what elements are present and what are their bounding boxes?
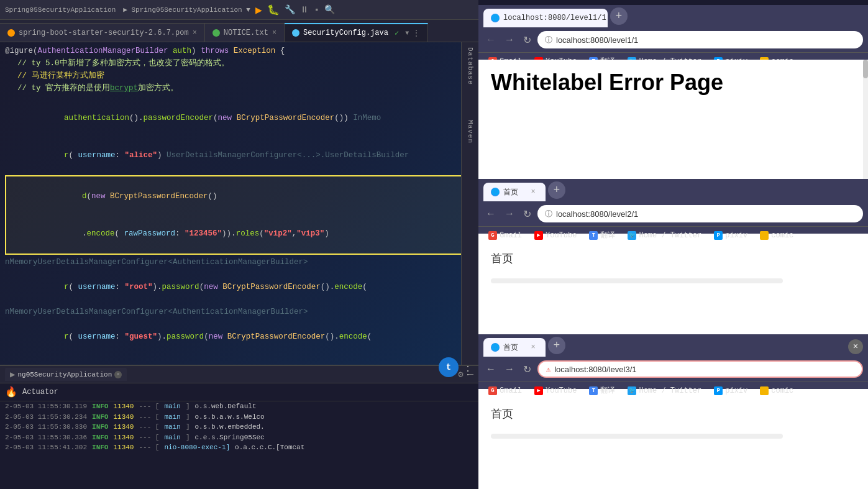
bookmark-gmail-2[interactable]: G Gmail bbox=[483, 230, 527, 241]
back-button-1[interactable]: ← bbox=[483, 32, 498, 48]
bookmark-youtube-3[interactable]: ▶ YouTube bbox=[529, 385, 582, 396]
tab-favicon-3: 🌐 bbox=[491, 343, 500, 352]
debug-icon[interactable]: 🐛 bbox=[267, 4, 280, 16]
scrollbar-1[interactable] bbox=[863, 60, 868, 179]
translate-icon-2: T bbox=[592, 232, 595, 239]
tab-pom-label: spring-boot-starter-security-2.6.7.pom bbox=[19, 29, 189, 37]
forward-button-1[interactable]: → bbox=[502, 32, 517, 48]
terminal-tab-close[interactable]: × bbox=[114, 371, 122, 378]
back-button-3[interactable]: ← bbox=[483, 361, 498, 377]
log-level-4: INFO bbox=[92, 432, 108, 443]
code-editor[interactable]: @ igure(AuthenticationManagerBuilder aut… bbox=[0, 42, 478, 365]
user-more-button[interactable]: ⋮ bbox=[462, 363, 473, 377]
log-pid-3: 11340 bbox=[113, 422, 134, 432]
log-line-5: 2-05-03 11:55:41.302 INFO 11340 --- [ ni… bbox=[0, 442, 478, 453]
database-label[interactable]: Database bbox=[467, 47, 474, 85]
address-bar-3[interactable]: ⚠ localhost:8080/level3/1 bbox=[537, 360, 863, 378]
refresh-button-3[interactable]: ↻ bbox=[521, 361, 534, 378]
log-level-2: INFO bbox=[92, 412, 108, 423]
refresh-button-1[interactable]: ↻ bbox=[521, 32, 534, 48]
tab-securityconfig[interactable]: SecurityConfig.java ✓ ▼ ⋮ bbox=[285, 23, 428, 42]
tab-notice[interactable]: NOTICE.txt × bbox=[205, 23, 285, 42]
log-bracket-3: ] bbox=[186, 422, 190, 432]
log-class-3: o.s.b.w.embedded. bbox=[194, 422, 264, 432]
log-line-2: 2-05-03 11:55:30.234 INFO 11340 --- [ ma… bbox=[0, 412, 478, 423]
tab-title-2: 首页 bbox=[503, 187, 518, 198]
browser-tab-2-active[interactable]: 🌐 首页 × bbox=[483, 183, 546, 201]
tab-notice-label: NOTICE.txt bbox=[224, 29, 268, 37]
address-text-2: localhost:8080/level2/1 bbox=[556, 209, 638, 219]
bookmark-pixiv-3[interactable]: P pixiv bbox=[709, 385, 752, 396]
log-thread-5: nio-8080-exec-1] bbox=[164, 442, 230, 453]
code-text-11: nMemoryUserDetailsManagerConfigurer<Auth… bbox=[5, 306, 308, 318]
browser-window-2: 🌐 首页 × + ← → ↻ ⓘ localhost:8080/level2/1 bbox=[478, 179, 868, 334]
gmail-icon-2: G bbox=[491, 232, 494, 239]
bookmark-comic-3[interactable]: comic bbox=[755, 385, 798, 396]
new-tab-button-2[interactable]: + bbox=[548, 181, 565, 199]
forward-button-2[interactable]: → bbox=[502, 206, 517, 222]
user-avatar[interactable]: t bbox=[439, 357, 459, 377]
terminal-tab-app[interactable]: ▶ ng05SecurityApplication × bbox=[5, 368, 127, 381]
tab-title-3: 首页 bbox=[503, 342, 518, 353]
log-thread-3: main bbox=[164, 422, 180, 432]
code-line-10: r( username: "root").password(new BCrypt… bbox=[0, 268, 478, 306]
maven-label[interactable]: Maven bbox=[467, 120, 474, 144]
address-bar-2[interactable]: ⓘ localhost:8080/level2/1 bbox=[537, 205, 863, 222]
refresh-button-2[interactable]: ↻ bbox=[521, 206, 534, 222]
tab-notice-close[interactable]: × bbox=[272, 29, 276, 37]
address-info-icon-1: ⓘ bbox=[545, 35, 552, 45]
bookmark-pixiv-2[interactable]: P pixiv bbox=[709, 230, 752, 241]
more-run-icons: 🔧 ⏸ ▪ 🔍 bbox=[285, 4, 336, 15]
log-class-2: o.s.b.a.w.s.Welco bbox=[194, 412, 264, 423]
bookmark-translate-label-2: 翻译 bbox=[600, 230, 615, 240]
bookmark-twitter-3[interactable]: 🐦 Home / Twitter bbox=[623, 385, 706, 396]
youtube-favicon-2: ▶ bbox=[534, 231, 543, 240]
bookmark-translate-2[interactable]: T 翻译 bbox=[584, 229, 620, 242]
browser-3-close-button[interactable]: × bbox=[848, 339, 863, 354]
run-config[interactable]: ▶ Spring05SecurityApplication ▼ bbox=[123, 6, 250, 14]
bookmark-comic-2[interactable]: comic bbox=[755, 230, 798, 241]
browser-nav-3: ← → ↻ ⚠ localhost:8080/level3/1 bbox=[478, 357, 868, 382]
log-date-5: 2-05-03 11:55:41.302 bbox=[5, 442, 87, 453]
terminal-tab-label: ng05SecurityApplication bbox=[17, 371, 112, 378]
address-bar-1[interactable]: ⓘ localhost:8080/level1/1 bbox=[537, 31, 863, 48]
log-level-3: INFO bbox=[92, 422, 108, 432]
code-line-11: nMemoryUserDetailsManagerConfigurer<Auth… bbox=[0, 306, 478, 318]
ide-content: Spring05SecurityApplication ▶ Spring05Se… bbox=[0, 0, 478, 489]
address-error-icon-3: ⚠ bbox=[546, 365, 550, 374]
tab-pom-close[interactable]: × bbox=[193, 29, 197, 37]
bookmark-youtube-2[interactable]: ▶ YouTube bbox=[529, 230, 582, 241]
code-text-12: r( username: "guest").password(new BCryp… bbox=[5, 318, 372, 355]
translate-icon-3: T bbox=[592, 388, 595, 394]
log-sep-4: --- [ bbox=[139, 432, 159, 443]
log-level-5: INFO bbox=[92, 442, 108, 453]
run-icon[interactable]: ▶ bbox=[255, 3, 262, 17]
forward-button-3[interactable]: → bbox=[502, 361, 517, 377]
new-tab-button-3[interactable]: + bbox=[548, 337, 565, 354]
back-button-2[interactable]: ← bbox=[483, 206, 498, 222]
browser-tab-bar-2: 🌐 首页 × + bbox=[478, 179, 868, 201]
browser-tab-1-active[interactable]: 🌐 localhost:8080/level1/1 × bbox=[483, 9, 608, 27]
bookmark-youtube-label-2: YouTube bbox=[546, 231, 577, 240]
log-bracket-1: ] bbox=[186, 401, 190, 412]
bookmark-twitter-2[interactable]: 🐦 Home / Twitter bbox=[623, 230, 706, 241]
dropdown-icon[interactable]: ▼ bbox=[405, 30, 409, 37]
bookmark-gmail-3[interactable]: G Gmail bbox=[483, 385, 527, 396]
terminal-tab-icon: ▶ bbox=[10, 369, 15, 380]
tab-close-3[interactable]: × bbox=[528, 342, 538, 352]
code-line-12: r( username: "guest").password(new BCryp… bbox=[0, 318, 478, 355]
log-thread-1: main bbox=[164, 401, 180, 412]
new-tab-button-1[interactable]: + bbox=[610, 7, 628, 25]
ide-tab-bar: spring-boot-starter-security-2.6.7.pom ×… bbox=[0, 20, 478, 42]
bookmark-translate-3[interactable]: T 翻译 bbox=[584, 384, 620, 397]
browser-panel: at org.springframework.security.config.a… bbox=[478, 0, 868, 489]
tab-pom[interactable]: spring-boot-starter-security-2.6.7.pom × bbox=[0, 23, 205, 42]
tab-close-2[interactable]: × bbox=[528, 187, 538, 197]
log-pid-1: 11340 bbox=[113, 401, 134, 412]
browser-tab-3-active[interactable]: 🌐 首页 × bbox=[483, 338, 546, 357]
terminal-area: ▶ ng05SecurityApplication × ⚙ — 🔥 Actuat… bbox=[0, 365, 478, 489]
tab-security-more[interactable]: ⋮ bbox=[413, 29, 420, 38]
browser-nav-1: ← → ↻ ⓘ localhost:8080/level1/1 bbox=[478, 27, 868, 52]
bookmark-pixiv-label-2: pixiv bbox=[725, 231, 747, 240]
browser-page-2: 首页 bbox=[478, 234, 868, 334]
